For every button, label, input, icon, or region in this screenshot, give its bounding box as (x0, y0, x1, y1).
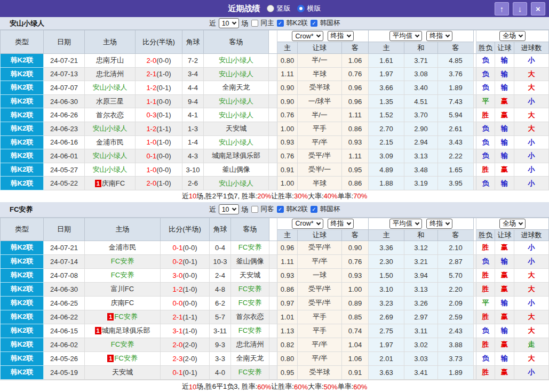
date-cell: 24-07-13 (44, 67, 85, 81)
avg-type-select[interactable]: 终指 (426, 31, 452, 41)
col-avg-away: 客 (438, 229, 474, 241)
spacer (269, 351, 277, 365)
odds-source-select[interactable]: Crow* (292, 31, 323, 41)
home-team-cell: FC安养 (85, 254, 161, 268)
handicap-cell: 受平/半 (298, 149, 342, 163)
cup-checkbox[interactable]: ✓ (311, 20, 317, 27)
move-up-button[interactable]: ↑ (495, 2, 509, 15)
league-cell: 韩K2联 (1, 163, 44, 177)
score-cell: 1-2(1-0) (161, 282, 210, 296)
result-goals-cell: 小 (514, 149, 549, 163)
date-cell: 24-06-02 (44, 338, 85, 351)
result-outcome-cell: 胜 (476, 268, 495, 282)
summary-stat-value: 60% (257, 383, 271, 391)
handicap-cell: 平/半 (298, 338, 342, 351)
home-team-cell: 富川FC (85, 282, 161, 296)
odds-type-select[interactable]: 终指 (328, 31, 354, 41)
league-checkbox[interactable]: ✓ (277, 20, 284, 27)
chevron-down-icon (445, 33, 450, 37)
avg-type-select[interactable]: 终指 (426, 219, 452, 229)
close-icon: × (536, 4, 540, 13)
col-type: 类型 (1, 218, 44, 241)
scope-select[interactable]: 全场 (499, 219, 526, 229)
chevron-down-icon (316, 221, 320, 225)
result-goals-cell: 小 (514, 241, 549, 254)
date-cell: 24-06-15 (44, 324, 85, 338)
spacer (269, 241, 277, 254)
result-handicap-cell: 输 (495, 149, 514, 163)
corner-cell: 4-0 (210, 365, 231, 379)
col-avg-home: 主 (369, 229, 404, 241)
col-home: 主场 (85, 218, 161, 241)
table-2-header: 类型 日期 主场 比分(半场) 角球 客场 Crow* 终指 (1, 218, 549, 241)
avg-away-cell: 2.20 (438, 282, 474, 296)
rank-badge: 1 (95, 180, 101, 187)
move-down-button[interactable]: ↓ (513, 2, 527, 15)
spacer (269, 81, 277, 95)
avg-draw-cell: 2.97 (404, 310, 438, 324)
same-away-checkbox[interactable] (251, 206, 258, 213)
spacer (269, 282, 277, 296)
result-outcome-cell: 负 (476, 67, 495, 81)
spacer (269, 296, 277, 310)
radio-vertical-icon[interactable] (267, 5, 274, 12)
league-checkbox[interactable]: ✓ (277, 206, 284, 213)
league-cell: 韩K2联 (1, 365, 44, 379)
avg-home-cell: 3.23 (369, 296, 404, 310)
avg-draw-cell: 3.08 (404, 67, 438, 81)
avg-select[interactable]: 平均值 (389, 219, 423, 229)
away-team-cell: 安山小绿人 (204, 54, 269, 68)
same-home-checkbox[interactable] (251, 20, 258, 27)
odds-type-select[interactable]: 终指 (328, 219, 354, 229)
cup-checkbox[interactable]: ✓ (311, 206, 317, 213)
col-type: 类型 (1, 30, 44, 54)
summary-text: 大率: (308, 191, 324, 201)
summary-text: 近 (182, 191, 189, 201)
avg-draw-cell: 3.21 (404, 254, 438, 268)
away-team-cell: 釜山偶像 (231, 254, 269, 268)
home-team-cell: 金浦市民 (85, 135, 136, 149)
odds-away-cell: 0.90 (342, 241, 369, 254)
team-1-name: 安山小绿人 (10, 19, 44, 28)
odds-away-cell: 1.06 (342, 351, 369, 365)
home-team-cell: 忠南牙山 (85, 54, 136, 68)
avg-away-cell: 3.88 (438, 338, 474, 351)
avg-home-cell: 2.15 (369, 135, 404, 149)
score-cell: 1-1(0-0) (136, 94, 182, 108)
league-cell: 韩K2联 (1, 81, 44, 95)
handicap-cell: 受平/半 (298, 241, 342, 254)
spacer (269, 218, 277, 241)
date-cell: 24-06-23 (44, 122, 85, 135)
handicap-cell: 平/半 (298, 351, 342, 365)
avg-home-cell: 1.50 (369, 268, 404, 282)
date-cell: 24-06-22 (44, 310, 85, 324)
result-outcome-cell: 负 (476, 324, 495, 338)
score-cell: 2-0(0-0) (136, 54, 182, 68)
score-cell: 0-1(0-0) (161, 241, 210, 254)
score-cell: 3-1(1-0) (161, 324, 210, 338)
match-row: 韩K2联24-07-13忠北清州2-1(1-0)3-4安山小绿人1.11半球0.… (1, 67, 549, 81)
odds-source-select[interactable]: Crow* (292, 219, 323, 229)
avg-select[interactable]: 平均值 (389, 31, 423, 41)
radio-horizontal-icon[interactable] (297, 5, 305, 12)
date-cell: 24-05-26 (44, 351, 85, 365)
recent-count-select[interactable]: 10 (219, 18, 239, 28)
odds-home-cell: 0.76 (277, 149, 298, 163)
avg-draw-cell: 3.19 (404, 177, 438, 190)
match-row: 韩K2联24-07-14FC安养0-2(0-1)10-3釜山偶像1.11平/半0… (1, 254, 549, 268)
result-outcome-cell: 负 (476, 135, 495, 149)
radio-horizontal-layout[interactable]: 横版 (297, 4, 321, 13)
radio-vertical-layout[interactable]: 竖版 (267, 4, 291, 13)
away-team-cell: 城南足球俱乐部 (204, 149, 269, 163)
avg-type-value: 终指 (429, 31, 443, 41)
league-cell: 韩K2联 (1, 338, 44, 351)
scope-value: 全场 (503, 31, 516, 41)
avg-value: 平均值 (393, 31, 413, 41)
recent-count-select[interactable]: 10 (219, 204, 239, 214)
avg-away-cell: 2.87 (438, 254, 474, 268)
close-button[interactable]: × (531, 2, 545, 15)
result-outcome-cell: 胜 (476, 365, 495, 379)
odds-type-value: 终指 (331, 219, 344, 228)
result-handicap-cell: 输 (495, 177, 514, 190)
scope-select[interactable]: 全场 (499, 31, 526, 41)
